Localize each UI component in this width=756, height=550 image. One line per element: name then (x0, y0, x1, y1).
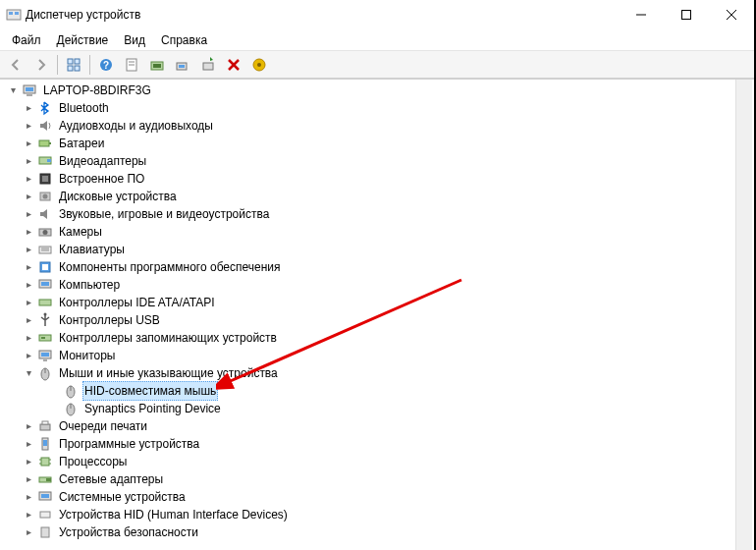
menu-action[interactable]: Действие (49, 31, 117, 49)
expand-icon[interactable]: ▸ (22, 349, 35, 362)
expand-placeholder (47, 384, 61, 398)
tree-item-keyboards[interactable]: ▸ Клавиатуры (2, 241, 754, 258)
svg-rect-7 (68, 59, 73, 64)
tree-item-label: Камеры (57, 223, 104, 241)
tree-item-display-adapters[interactable]: ▸ Видеоадаптеры (2, 152, 754, 170)
tree-item-label: Аудиовходы и аудиовыходы (57, 117, 215, 135)
sound-icon (37, 206, 53, 222)
close-button[interactable] (709, 0, 754, 29)
tree-item-batteries[interactable]: ▸ Батареи (2, 135, 754, 152)
audio-icon (37, 118, 53, 134)
svg-rect-70 (41, 494, 49, 498)
expand-icon[interactable]: ▸ (22, 313, 35, 327)
expand-icon[interactable]: ▸ (22, 296, 35, 309)
expand-icon[interactable]: ▸ (22, 278, 35, 292)
expand-icon[interactable]: ▸ (22, 207, 35, 221)
firmware-icon (37, 171, 53, 187)
svg-rect-8 (75, 59, 80, 64)
update-driver-button[interactable] (145, 53, 169, 77)
menu-view[interactable]: Вид (116, 31, 153, 49)
computer-icon (22, 82, 37, 98)
menubar: Файл Действие Вид Справка (0, 29, 754, 51)
tree-item-ide-ata[interactable]: ▸ Контроллеры IDE ATA/ATAPI (2, 294, 754, 311)
expand-icon[interactable]: ▸ (22, 437, 35, 451)
window-title: Диспетчер устройств (22, 8, 619, 22)
software-icon (37, 259, 53, 275)
bluetooth-icon (37, 100, 53, 116)
back-button[interactable] (4, 53, 27, 77)
expand-icon[interactable]: ▸ (22, 455, 35, 468)
expand-icon[interactable]: ▸ (22, 260, 35, 274)
disable-button[interactable] (222, 53, 245, 77)
collapse-icon[interactable]: ▾ (22, 366, 35, 380)
tree-item-audio-io[interactable]: ▸ Аудиовходы и аудиовыходы (2, 117, 754, 135)
expand-icon[interactable]: ▸ (22, 490, 35, 504)
expand-icon[interactable]: ▸ (22, 525, 35, 539)
svg-rect-9 (68, 66, 73, 71)
maximize-button[interactable] (664, 0, 709, 29)
expand-icon[interactable]: ▾ (6, 83, 20, 97)
svg-point-37 (43, 230, 48, 235)
tree-item-cameras[interactable]: ▸ Камеры (2, 223, 754, 241)
toolbar-separator (89, 55, 90, 75)
expand-icon[interactable]: ▸ (22, 472, 35, 486)
expand-icon[interactable]: ▸ (22, 190, 35, 203)
tree-item-software-components[interactable]: ▸ Компоненты программного обеспечения (2, 258, 754, 276)
svg-rect-59 (42, 421, 48, 424)
minimize-button[interactable] (619, 0, 664, 29)
tree-root[interactable]: ▾ LAPTOP-8BDIRF3G (2, 82, 754, 99)
tree-item-storage-controllers[interactable]: ▸ Контроллеры запоминающих устройств (2, 329, 754, 347)
expand-icon[interactable]: ▸ (22, 419, 35, 433)
tree-item-computer[interactable]: ▸ Компьютер (2, 276, 754, 294)
tree-item-system-devices[interactable]: ▸ Системные устройства (2, 488, 754, 506)
tree-item-firmware[interactable]: ▸ Встроенное ПО (2, 170, 754, 188)
show-all-button[interactable] (62, 53, 85, 77)
mouse-icon (63, 401, 79, 416)
vertical-scrollbar[interactable] (735, 80, 752, 550)
network-icon (37, 471, 53, 487)
svg-rect-33 (42, 176, 48, 182)
uninstall-button[interactable] (247, 53, 271, 77)
tree-item-processors[interactable]: ▸ Процессоры (2, 453, 754, 470)
tree-item-mice[interactable]: ▾ Мыши и иные указывающие устройства (2, 364, 754, 382)
expand-icon[interactable]: ▸ (22, 172, 35, 186)
expand-icon[interactable]: ▸ (22, 119, 35, 133)
tree-item-hid-mouse[interactable]: HID-совместимая мышь (2, 382, 754, 400)
tree-item-disk-drives[interactable]: ▸ Дисковые устройства (2, 188, 754, 205)
svg-rect-68 (46, 478, 51, 481)
tree-item-usb-controllers[interactable]: ▸ Контроллеры USB (2, 311, 754, 329)
tree-item-label: Программные устройства (57, 435, 201, 453)
tree-item-label: Мыши и иные указывающие устройства (57, 364, 280, 382)
help-button[interactable]: ? (94, 53, 118, 77)
device-tree[interactable]: ▾ LAPTOP-8BDIRF3G ▸ Bluetooth ▸ Аудиовхо… (0, 79, 754, 550)
system-icon (37, 489, 53, 505)
tree-item-network-adapters[interactable]: ▸ Сетевые адаптеры (2, 470, 754, 488)
expand-icon[interactable]: ▸ (22, 137, 35, 150)
tree-item-software-devices[interactable]: ▸ Программные устройства (2, 435, 754, 453)
tree-item-sound-video-game[interactable]: ▸ Звуковые, игровые и видеоустройства (2, 205, 754, 223)
expand-icon[interactable]: ▸ (22, 154, 35, 168)
scan-button[interactable] (171, 53, 194, 77)
expand-icon[interactable]: ▸ (22, 331, 35, 345)
tree-item-bluetooth[interactable]: ▸ Bluetooth (2, 99, 754, 117)
tree-item-hid[interactable]: ▸ Устройства HID (Human Interface Device… (2, 506, 754, 523)
display-adapter-icon (37, 153, 53, 169)
expand-icon[interactable]: ▸ (22, 225, 35, 239)
expand-icon[interactable]: ▸ (22, 101, 35, 115)
properties-button[interactable] (120, 53, 143, 77)
storage-icon (37, 330, 53, 346)
tree-item-label: Видеоадаптеры (57, 152, 148, 170)
tree-item-label: Устройства HID (Human Interface Devices) (57, 506, 290, 523)
forward-button[interactable] (29, 53, 53, 77)
expand-icon[interactable]: ▸ (22, 508, 35, 522)
expand-icon[interactable]: ▸ (22, 243, 35, 256)
menu-help[interactable]: Справка (153, 31, 215, 49)
tree-item-synaptics[interactable]: Synaptics Pointing Device (2, 400, 754, 417)
scan-hardware-button[interactable] (196, 53, 220, 77)
svg-rect-1 (9, 12, 13, 15)
titlebar: Диспетчер устройств (0, 0, 754, 29)
menu-file[interactable]: Файл (4, 31, 49, 49)
tree-item-monitors[interactable]: ▸ Мониторы (2, 347, 754, 364)
tree-item-security-devices[interactable]: ▸ Устройства безопасности (2, 523, 754, 541)
tree-item-print-queues[interactable]: ▸ Очереди печати (2, 417, 754, 435)
